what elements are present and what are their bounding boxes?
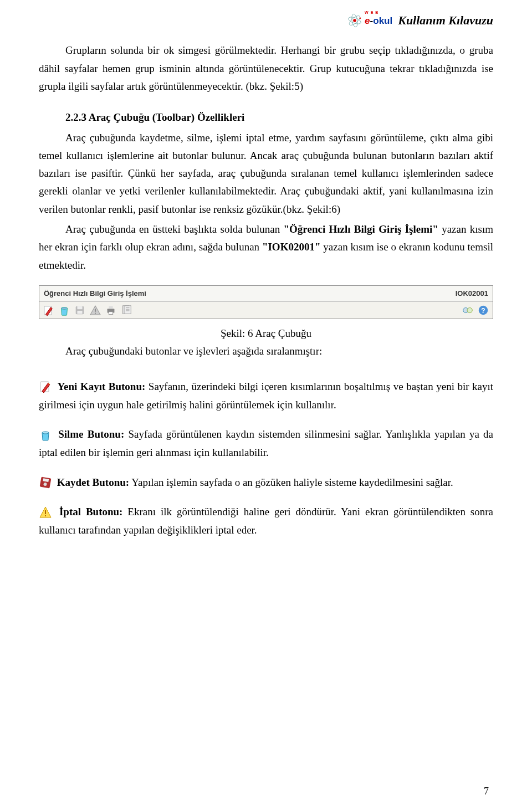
svg-point-3 [353, 19, 356, 22]
logo-orbit-icon [347, 13, 362, 28]
warning-icon [39, 506, 52, 518]
toolbar-title-row: Öğrenci Hızlı Bilgi Giriş İşlemi IOK0200… [39, 286, 493, 302]
svg-rect-16 [125, 306, 131, 314]
new-record-button-title: Yeni Kayıt Butonu: [58, 381, 146, 392]
new-record-button-desc: Yeni Kayıt Butonu: Sayfanın, üzerindeki … [39, 377, 493, 414]
help-icon[interactable]: ? [477, 304, 489, 316]
logo: W E B e-okul [347, 12, 392, 29]
svg-rect-11 [95, 313, 96, 314]
heading-toolbar-features: 2.2.3 Araç Çubuğu (Toolbar) Özellikleri [39, 109, 493, 126]
button-descriptions: Yeni Kayıt Butonu: Sayfanın, üzerindeki … [39, 377, 493, 540]
svg-point-25 [42, 432, 49, 434]
cancel-button-title: İptal Butonu: [59, 506, 123, 517]
trash-icon[interactable] [58, 304, 70, 316]
svg-point-6 [62, 307, 68, 310]
logo-text: W E B e-okul [365, 12, 392, 29]
save-button-title: Kaydet Butonu: [57, 476, 129, 488]
svg-point-4 [360, 17, 361, 19]
toolbar-icons-row: ? [39, 302, 493, 319]
link-icon[interactable] [462, 304, 474, 316]
svg-rect-13 [109, 306, 112, 309]
toolbar-figure: Öğrenci Hızlı Bilgi Giriş İşlemi IOK0200… [39, 285, 493, 319]
svg-rect-8 [77, 306, 82, 310]
edit-icon[interactable] [43, 304, 55, 316]
report-icon[interactable] [120, 304, 132, 316]
save-icon[interactable] [74, 304, 86, 316]
svg-rect-29 [45, 510, 46, 514]
svg-rect-30 [45, 515, 46, 516]
header-title: Kullanım Kılavuzu [398, 10, 493, 30]
logo-subtext: W E B [365, 12, 392, 14]
cancel-button-desc: İptal Butonu: Ekranı ilk görüntülendiği … [39, 503, 493, 540]
sub-caption: Araç çubuğundaki butonlar ve işlevleri a… [39, 342, 493, 360]
toolbar-icons-right: ? [462, 304, 489, 316]
svg-rect-9 [77, 311, 82, 314]
delete-button-desc: Silme Butonu: Sayfada görüntülenen kaydı… [39, 425, 493, 462]
paragraph-groups: Grupların solunda bir ok simgesi görülme… [39, 42, 493, 95]
bold-screen-code: "IOK02001" [262, 241, 321, 253]
toolbar-title-right: IOK02001 [456, 288, 488, 300]
page-header: W E B e-okul Kullanım Kılavuzu [39, 10, 493, 30]
svg-rect-14 [109, 312, 112, 315]
save-button-desc: Kaydet Butonu: Yapılan işlemin sayfada o… [39, 473, 493, 491]
toolbar-icons-left [43, 304, 132, 316]
paragraph-toolbar-title-desc: Araç çubuğunda en üstteki başlıkta solda… [39, 221, 493, 274]
warning-icon[interactable] [89, 304, 101, 316]
page-number: 7 [484, 783, 489, 800]
print-icon[interactable] [105, 304, 117, 316]
svg-point-21 [467, 307, 472, 312]
bold-screen-name: "Öğrenci Hızlı Bilgi Giriş İşlemi" [284, 223, 438, 235]
save-icon [39, 476, 52, 488]
edit-icon [39, 380, 52, 392]
toolbar-title-left: Öğrenci Hızlı Bilgi Giriş İşlemi [44, 288, 146, 300]
svg-rect-10 [95, 309, 96, 312]
figure-caption: Şekil: 6 Araç Çubuğu [39, 325, 493, 342]
svg-text:?: ? [481, 307, 485, 315]
delete-button-title: Silme Butonu: [58, 428, 124, 440]
paragraph-toolbar-desc: Araç çubuğunda kaydetme, silme, işlemi i… [39, 129, 493, 218]
trash-icon [39, 428, 52, 440]
